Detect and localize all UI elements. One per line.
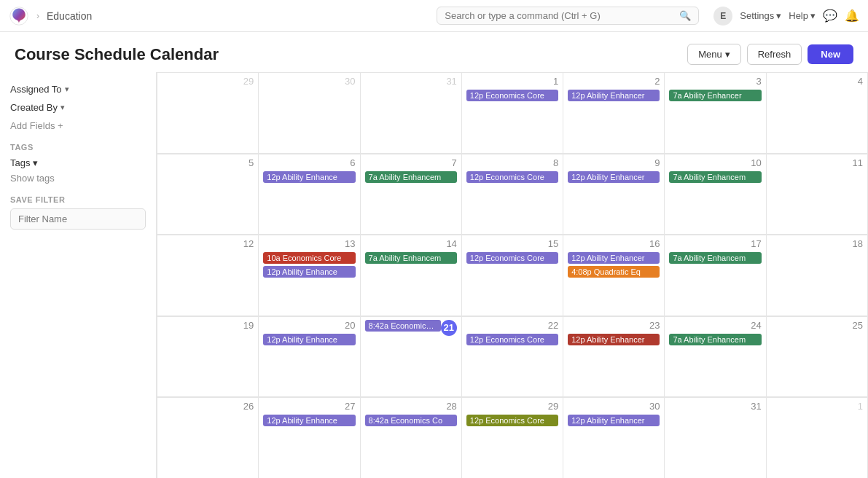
calendar-event[interactable]: 12p Economics Core bbox=[466, 90, 558, 101]
chat-icon[interactable]: 💬 bbox=[823, 9, 837, 23]
calendar-cell: 26 bbox=[157, 397, 259, 478]
top-nav: › Education 🔍 E Settings ▾ Help ▾ 💬 🔔 bbox=[0, 0, 868, 32]
calendar-event[interactable]: 8:42a Economics Co bbox=[365, 320, 441, 332]
created-by-filter[interactable]: Created By ▾ bbox=[10, 102, 146, 113]
calendar-cell: 4 bbox=[767, 72, 868, 154]
calendar-event[interactable]: 12p Ability Enhancer bbox=[568, 90, 660, 101]
calendar-event[interactable]: 4:08p Quadratic Eq bbox=[568, 266, 660, 278]
calendar-cell: 31 bbox=[665, 397, 766, 478]
calendar-cell: 2012p Ability Enhance bbox=[259, 316, 360, 398]
calendar-event[interactable]: 8:42a Economics Co bbox=[365, 415, 457, 426]
settings-menu[interactable]: Settings ▾ bbox=[740, 10, 781, 21]
calendar-cell: 812p Economics Core bbox=[462, 154, 563, 235]
calendar-event[interactable]: 10a Economics Core bbox=[263, 252, 355, 264]
calendar-cell: 212p Ability Enhancer bbox=[563, 72, 665, 154]
tags-section-label: TAGS bbox=[10, 143, 146, 152]
created-by-chevron-icon: ▾ bbox=[60, 103, 65, 112]
assigned-to-filter[interactable]: Assigned To ▾ bbox=[10, 84, 146, 95]
tags-filter[interactable]: Tags ▾ bbox=[10, 157, 146, 168]
calendar-event[interactable]: 7a Ability Enhancer bbox=[669, 90, 761, 101]
calendar-cell: 612p Ability Enhance bbox=[259, 154, 360, 235]
menu-chevron-icon: ▾ bbox=[725, 49, 730, 60]
calendar-event[interactable]: 7a Ability Enhancem bbox=[365, 171, 457, 183]
calendar-cell: 2712p Ability Enhance bbox=[259, 397, 360, 478]
calendar-event[interactable]: 12p Economics Core bbox=[466, 334, 558, 345]
page-title: Course Schedule Calendar bbox=[15, 45, 219, 64]
calendar-event[interactable]: 12p Ability Enhance bbox=[263, 334, 355, 345]
calendar-event[interactable]: 12p Ability Enhancer bbox=[568, 171, 660, 183]
calendar-grid: 293031112p Economics Core212p Ability En… bbox=[157, 72, 868, 478]
calendar-cell: 1612p Ability Enhancer4:08p Quadratic Eq bbox=[563, 235, 665, 316]
breadcrumb-label[interactable]: Education bbox=[47, 10, 92, 22]
help-menu[interactable]: Help ▾ bbox=[789, 10, 816, 21]
calendar-cell: 25 bbox=[767, 316, 868, 398]
calendar-event[interactable]: 12p Ability Enhancer bbox=[568, 334, 660, 345]
calendar-cell: 5 bbox=[157, 154, 259, 235]
new-button[interactable]: New bbox=[808, 44, 853, 64]
bell-icon[interactable]: 🔔 bbox=[845, 9, 859, 23]
filter-name-input[interactable] bbox=[10, 208, 146, 230]
user-badge[interactable]: E bbox=[713, 7, 732, 26]
main-layout: Assigned To ▾ Created By ▾ Add Fields + … bbox=[0, 72, 868, 478]
sidebar: Assigned To ▾ Created By ▾ Add Fields + … bbox=[0, 72, 157, 478]
calendar-event[interactable]: 12p Ability Enhance bbox=[263, 415, 355, 426]
calendar-event[interactable]: 12p Economics Core bbox=[466, 171, 558, 183]
calendar-cell: 147a Ability Enhancem bbox=[361, 235, 462, 316]
calendar-event[interactable]: 7a Ability Enhancem bbox=[669, 252, 761, 264]
save-filter-label: SAVE FILTER bbox=[10, 195, 146, 204]
calendar-cell: 218:42a Economics Co bbox=[361, 316, 462, 398]
calendar-event[interactable]: 7a Ability Enhancem bbox=[669, 334, 761, 345]
calendar-cell: 77a Ability Enhancem bbox=[361, 154, 462, 235]
tags-chevron-icon: ▾ bbox=[33, 157, 38, 168]
calendar-cell: 11 bbox=[767, 154, 868, 235]
help-chevron-icon: ▾ bbox=[810, 10, 816, 21]
calendar-event[interactable]: 12p Economics Core bbox=[466, 415, 558, 426]
calendar-cell: 29 bbox=[157, 72, 259, 154]
search-input[interactable] bbox=[445, 10, 675, 21]
calendar-cell: 31 bbox=[361, 72, 462, 154]
calendar-cell: 18 bbox=[767, 235, 868, 316]
calendar-cell: 2312p Ability Enhancer bbox=[563, 316, 665, 398]
calendar-cell: 2212p Economics Core bbox=[462, 316, 563, 398]
calendar-cell: 177a Ability Enhancem bbox=[665, 235, 766, 316]
calendar-event[interactable]: 12p Economics Core bbox=[466, 252, 558, 264]
calendar-cell: 12 bbox=[157, 235, 259, 316]
breadcrumb-chevron-icon: › bbox=[36, 11, 39, 21]
add-fields-button[interactable]: Add Fields + bbox=[10, 120, 146, 131]
calendar-event[interactable]: 12p Ability Enhancer bbox=[568, 252, 660, 264]
calendar-cell: 37a Ability Enhancer bbox=[665, 72, 766, 154]
calendar-event[interactable]: 12p Ability Enhance bbox=[263, 266, 355, 278]
calendar-event[interactable]: 12p Ability Enhance bbox=[263, 171, 355, 183]
calendar-cell: 3012p Ability Enhancer bbox=[563, 397, 665, 478]
refresh-button[interactable]: Refresh bbox=[747, 44, 802, 65]
calendar-cell: 112p Economics Core bbox=[462, 72, 563, 154]
show-tags-button[interactable]: Show tags bbox=[10, 173, 146, 184]
calendar-cell: 1512p Economics Core bbox=[462, 235, 563, 316]
search-bar[interactable]: 🔍 bbox=[437, 7, 699, 25]
calendar-cell: 1 bbox=[767, 397, 868, 478]
calendar-cell: 1310a Economics Core12p Ability Enhance bbox=[259, 235, 360, 316]
assigned-to-chevron-icon: ▾ bbox=[65, 85, 69, 94]
calendar-cell: 19 bbox=[157, 316, 259, 398]
page-header: Course Schedule Calendar Menu ▾ Refresh … bbox=[0, 32, 868, 72]
calendar-cell: 912p Ability Enhancer bbox=[563, 154, 665, 235]
header-actions: Menu ▾ Refresh New bbox=[687, 44, 853, 65]
calendar-event[interactable]: 7a Ability Enhancem bbox=[365, 252, 457, 264]
top-nav-right: E Settings ▾ Help ▾ 💬 🔔 bbox=[713, 7, 859, 26]
calendar-cell: 107a Ability Enhancem bbox=[665, 154, 766, 235]
menu-button[interactable]: Menu ▾ bbox=[687, 44, 741, 65]
calendar-cell: 247a Ability Enhancem bbox=[665, 316, 766, 398]
calendar-event[interactable]: 12p Ability Enhancer bbox=[568, 415, 660, 426]
settings-chevron-icon: ▾ bbox=[776, 10, 781, 21]
calendar-event[interactable]: 7a Ability Enhancem bbox=[669, 171, 761, 183]
calendar: 293031112p Economics Core212p Ability En… bbox=[157, 72, 868, 478]
calendar-cell: 2912p Economics Core bbox=[462, 397, 563, 478]
calendar-cell: 30 bbox=[259, 72, 360, 154]
search-icon: 🔍 bbox=[679, 10, 691, 21]
app-logo-icon[interactable] bbox=[9, 6, 29, 26]
calendar-cell: 288:42a Economics Co bbox=[361, 397, 462, 478]
